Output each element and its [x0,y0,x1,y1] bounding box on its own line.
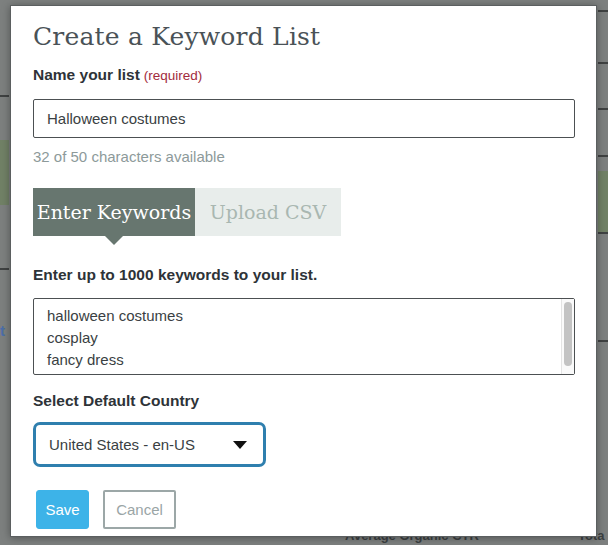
name-field-label: Name your list(required) [33,66,574,84]
backdrop-row-line [598,155,608,157]
characters-available-text: 32 of 50 characters available [33,148,574,165]
list-name-input[interactable] [33,99,575,138]
required-note: (required) [144,68,203,83]
backdrop-row-line [598,340,608,342]
tab-enter-keywords[interactable]: Enter Keywords [33,188,195,236]
tab-upload-csv[interactable]: Upload CSV [195,188,341,236]
chevron-down-icon [233,441,247,449]
country-field-label: Select Default Country [33,392,574,410]
backdrop-green-row [0,140,9,205]
tab-upload-csv-label: Upload CSV [210,201,327,223]
tab-enter-keywords-label: Enter Keywords [37,201,191,223]
keywords-field-label: Enter up to 1000 keywords to your list. [33,266,574,284]
backdrop-row-line [598,62,608,64]
selected-country-value: United States - en-US [49,436,233,453]
save-button[interactable]: Save [36,490,89,529]
keyword-entry-tabs: Enter Keywords Upload CSV [33,188,574,236]
modal-title: Create a Keyword List [33,22,574,51]
backdrop-row-line [598,10,608,12]
backdrop-green-row [598,171,608,232]
textarea-scrollbar[interactable] [561,299,574,374]
backdrop-row-line [598,232,608,234]
create-keyword-list-modal: Create a Keyword List Name your list(req… [10,5,597,537]
active-tab-pointer [105,236,123,245]
backdrop-link-fragment: t [0,322,5,339]
default-country-select[interactable]: United States - en-US [33,422,266,467]
backdrop-row-line [598,108,608,110]
textarea-scrollbar-thumb[interactable] [564,302,572,366]
backdrop-row-line [0,268,9,270]
modal-footer: Save Cancel [33,490,574,529]
backdrop-row-line [0,95,9,97]
cancel-button[interactable]: Cancel [103,490,176,529]
name-field-label-text: Name your list [33,66,140,83]
keywords-textarea-wrap: halloween costumes cosplay fancy dress [33,298,575,375]
keywords-textarea[interactable]: halloween costumes cosplay fancy dress [34,299,560,372]
